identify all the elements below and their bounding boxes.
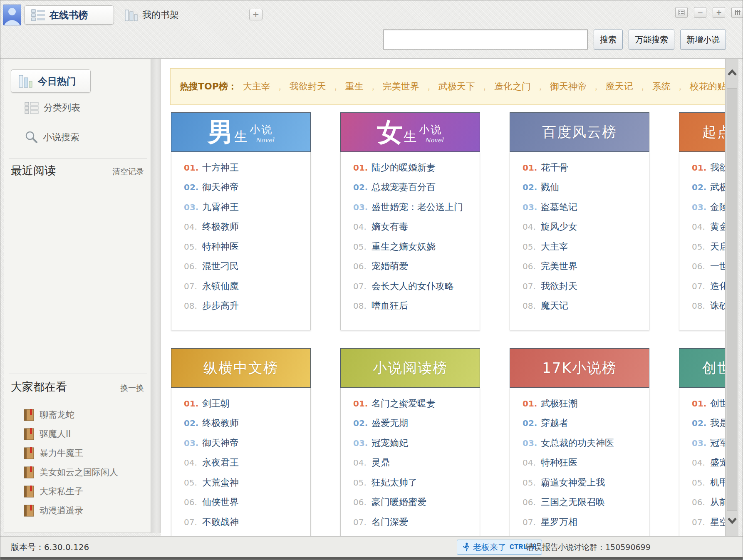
ranking-item[interactable]: 06.仙侠世界 (171, 493, 310, 513)
ranking-item[interactable]: 08.嗜血狂后 (341, 296, 480, 316)
book-link[interactable]: 花千骨 (541, 161, 568, 174)
book-link[interactable]: 终极教师 (202, 417, 239, 429)
search-button[interactable]: 搜索 (594, 30, 623, 50)
hot-search-link[interactable]: 魔天记 (606, 80, 633, 93)
book-link[interactable]: 御天神帝 (202, 437, 239, 449)
book-link[interactable]: 戮仙 (541, 181, 559, 193)
ranking-item[interactable]: 05.重生之嫡女妖娆 (341, 237, 480, 257)
user-avatar[interactable] (3, 5, 21, 25)
book-list-item[interactable]: 暴力牛魔王 (23, 444, 118, 463)
book-link[interactable]: 嗜血狂后 (372, 300, 408, 312)
book-link[interactable]: 机甲 (710, 476, 725, 489)
hot-search-link[interactable]: 大主宰 (243, 80, 270, 93)
hot-search-link[interactable]: 校花的贴身高 (690, 80, 725, 93)
skin-button[interactable] (731, 7, 743, 18)
ranking-item[interactable]: 05.大主宰 (510, 237, 649, 257)
book-link[interactable]: 盛宠 (710, 456, 725, 469)
book-link[interactable]: 我是 (710, 417, 725, 429)
search-input[interactable] (383, 30, 588, 50)
sidebar-scrollbar[interactable] (151, 59, 161, 533)
maximize-button[interactable]: + (713, 7, 725, 18)
hot-search-link[interactable]: 武极天下 (438, 80, 475, 93)
ranking-item[interactable]: 07.造化 (679, 276, 725, 296)
book-link[interactable]: 名门深爱 (372, 516, 408, 528)
ranking-item[interactable]: 08.步步高升 (171, 296, 310, 316)
panel-toggle-button[interactable] (675, 7, 688, 18)
ranking-item[interactable]: 02.穿越者 (510, 414, 649, 434)
ranking-item[interactable]: 03.九霄神王 (171, 197, 310, 217)
book-link[interactable]: 大主宰 (541, 240, 568, 253)
book-link[interactable]: 创世 (710, 397, 725, 410)
ranking-item[interactable]: 03.御天神帝 (171, 433, 310, 453)
book-link[interactable]: 陆少的暖婚新妻 (372, 161, 436, 174)
tab-my-bookshelf[interactable]: 我的书架 (118, 5, 186, 25)
ranking-item[interactable]: 04.灵鼎 (341, 453, 480, 473)
book-list-item[interactable]: 动漫逍遥录 (23, 501, 118, 520)
clear-records-link[interactable]: 清空记录 (112, 166, 144, 177)
ranking-item[interactable]: 01.剑王朝 (171, 394, 310, 414)
ranking-item[interactable]: 05.天启 (679, 237, 725, 257)
book-link[interactable]: 一世 (710, 260, 725, 273)
ranking-item[interactable]: 02.总裁宠妻百分百 (341, 178, 480, 198)
book-link[interactable]: 穿越者 (541, 417, 568, 429)
sidebar-item-novel-search[interactable]: 小说搜索 (25, 131, 79, 144)
book-link[interactable]: 嫡女有毒 (372, 221, 408, 233)
ranking-item[interactable]: 06.从前 (679, 493, 725, 513)
ranking-item[interactable]: 07.名门深爱 (341, 512, 480, 532)
ranking-item[interactable]: 05.特种神医 (171, 237, 310, 257)
universal-search-button[interactable]: 万能搜索 (629, 30, 674, 50)
book-link[interactable]: 永夜君王 (202, 456, 239, 469)
book-link[interactable]: 星罗万相 (541, 516, 577, 528)
ranking-item[interactable]: 07.星空 (679, 512, 725, 532)
book-link[interactable]: 仙侠世界 (202, 496, 239, 508)
ranking-item[interactable]: 06.完美世界 (510, 257, 649, 277)
book-link[interactable]: 名门之蜜爱暖妻 (372, 397, 436, 410)
book-link[interactable]: 特种神医 (202, 240, 239, 253)
book-link[interactable]: 造化 (710, 280, 725, 292)
refresh-link[interactable]: 换一换 (120, 383, 144, 394)
ranking-item[interactable]: 07.不败战神 (171, 512, 310, 532)
book-link[interactable]: 从前 (710, 496, 725, 508)
book-link[interactable]: 三国之无限召唤 (541, 496, 605, 508)
book-list-item[interactable]: 美女如云之国际闲人 (23, 463, 118, 482)
book-link[interactable]: 诛砂 (710, 300, 725, 312)
ranking-item[interactable]: 04.终极教师 (171, 217, 310, 237)
main-scrollbar[interactable] (725, 59, 738, 536)
tab-online-rankings[interactable]: 在线书榜 (24, 5, 114, 25)
book-link[interactable]: 女总裁的功夫神医 (541, 437, 614, 449)
book-link[interactable]: 盛爱无期 (372, 417, 408, 429)
book-link[interactable]: 黄金 (710, 221, 725, 233)
book-link[interactable]: 九霄神王 (202, 201, 239, 213)
ranking-item[interactable]: 03.金陵 (679, 197, 725, 217)
ranking-item[interactable]: 07.会长大人的女仆攻略 (341, 276, 480, 296)
ranking-item[interactable]: 03.盛世婚宠：老公送上门 (341, 197, 480, 217)
book-link[interactable]: 剑王朝 (202, 397, 230, 410)
ranking-item[interactable]: 02.武极 (679, 178, 725, 198)
hot-search-link[interactable]: 重生 (345, 80, 364, 93)
ranking-item[interactable]: 05.大荒蛮神 (171, 473, 310, 493)
book-list-item[interactable]: 驱魔人II (23, 424, 118, 444)
book-link[interactable]: 武极狂潮 (541, 397, 577, 410)
book-link[interactable]: 盛世婚宠：老公送上门 (372, 201, 463, 213)
ranking-item[interactable]: 03.女总裁的功夫神医 (510, 433, 649, 453)
book-link[interactable]: 豪门暖婚蜜爱 (372, 496, 426, 508)
ranking-item[interactable]: 02.终极教师 (171, 414, 310, 434)
scroll-up-arrow[interactable] (726, 68, 738, 77)
book-link[interactable]: 武极 (710, 181, 725, 193)
ranking-item[interactable]: 01.武极狂潮 (510, 394, 649, 414)
ranking-item[interactable]: 06.豪门暖婚蜜爱 (341, 493, 480, 513)
ranking-item[interactable]: 05.狂妃太帅了 (341, 473, 480, 493)
book-link[interactable]: 狂妃太帅了 (372, 476, 417, 489)
book-link[interactable]: 我欲封天 (541, 280, 577, 292)
scroll-down-arrow[interactable] (726, 516, 738, 525)
ranking-item[interactable]: 01.陆少的暖婚新妻 (341, 158, 480, 178)
book-link[interactable]: 会长大人的女仆攻略 (372, 280, 454, 292)
ranking-item[interactable]: 03.盗墓笔记 (510, 197, 649, 217)
ranking-item[interactable]: 03.冠军 (679, 433, 725, 453)
ranking-item[interactable]: 08.诛砂 (679, 296, 725, 316)
ranking-item[interactable]: 01.我欲 (679, 158, 725, 178)
ranking-item[interactable]: 02.戮仙 (510, 178, 649, 198)
book-link[interactable]: 步步高升 (202, 300, 239, 312)
book-link[interactable]: 灵鼎 (372, 456, 390, 469)
book-link[interactable]: 宠婚萌爱 (372, 260, 408, 273)
